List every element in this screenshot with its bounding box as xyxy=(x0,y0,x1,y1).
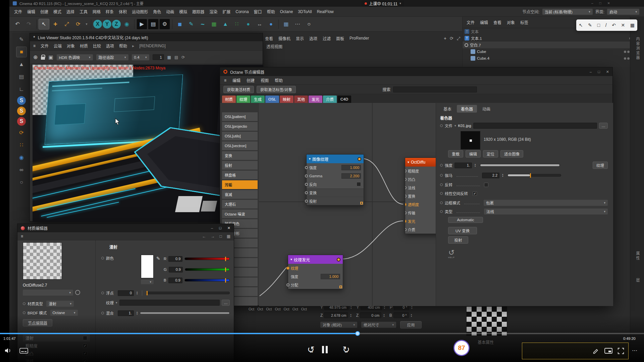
corner-mode-icon[interactable] xyxy=(16,84,27,95)
power-value[interactable]: 1.000 xyxy=(321,274,340,279)
viewport-menu-item[interactable]: 摄像机 xyxy=(278,36,290,41)
progress-knob[interactable] xyxy=(355,331,360,336)
board-tool-icon[interactable] xyxy=(630,23,635,27)
texture-button[interactable]: 纹理 xyxy=(593,162,608,169)
camera-icon[interactable] xyxy=(48,55,53,60)
ne-menu-item[interactable]: 帮助 xyxy=(275,77,283,83)
object-row[interactable]: Cube.4 xyxy=(463,55,644,62)
viewport-menu-item[interactable]: 选项 xyxy=(309,36,317,41)
input-pin[interactable] xyxy=(305,166,308,169)
menu-item[interactable]: 角色 xyxy=(153,9,161,14)
node-type-item[interactable]: 大理石 xyxy=(222,200,258,208)
menu-item[interactable]: 模拟 xyxy=(179,9,187,14)
material-thumb-label[interactable]: Oct xyxy=(249,307,254,311)
collapse-icon[interactable] xyxy=(408,161,409,164)
stepper-icon[interactable]: ▴▾ xyxy=(137,311,138,315)
pen-tool-icon[interactable] xyxy=(588,23,592,27)
anim-dot-icon[interactable] xyxy=(440,164,443,167)
material-thumb-label[interactable]: Oct xyxy=(301,307,307,311)
preview-refresh-icon[interactable] xyxy=(75,290,80,295)
node-type-item[interactable]: OSL[utils] xyxy=(222,132,258,140)
ne-menu-item[interactable]: 视图 xyxy=(261,77,269,83)
lv-menu-item[interactable]: 对象 xyxy=(67,43,75,49)
input-pin-connected[interactable] xyxy=(405,203,407,206)
pick-focus-icon[interactable] xyxy=(33,55,38,60)
mix-slider[interactable] xyxy=(140,312,230,314)
material-thumb-label[interactable]: Oct xyxy=(257,307,263,311)
menu-item[interactable]: 体积 xyxy=(119,9,127,14)
layout-icon[interactable] xyxy=(227,234,230,238)
menu-item[interactable]: 跟踪器 xyxy=(192,9,204,14)
g-input[interactable]: 0.9 xyxy=(169,267,183,273)
om-menu-item[interactable]: 编辑 xyxy=(480,19,488,25)
y-axis-lock[interactable]: Y xyxy=(103,20,111,28)
input-pin[interactable] xyxy=(405,194,407,197)
forward-icon[interactable] xyxy=(211,234,215,238)
sculpt-brush-icon[interactable] xyxy=(16,34,27,45)
material-thumb-label[interactable]: Oct xyxy=(266,307,272,311)
material-thumb-label[interactable]: Oct xyxy=(284,307,289,311)
value-04-select[interactable]: 0.4 xyxy=(132,54,149,60)
paint-menu[interactable] xyxy=(266,19,276,29)
progress-bar[interactable] xyxy=(0,333,644,334)
rotate-tool[interactable] xyxy=(73,19,84,29)
spline-badge-red-icon[interactable]: S xyxy=(17,117,26,126)
b-input[interactable]: 0.9 xyxy=(168,278,182,283)
menu-item[interactable]: Corona xyxy=(235,9,249,14)
get-active-material-button[interactable]: 获取激活材质 xyxy=(223,86,254,93)
stepper-icon[interactable]: ▴▾ xyxy=(502,173,503,177)
maximize-icon[interactable] xyxy=(599,2,601,5)
interface-select[interactable]: 启动 xyxy=(607,9,639,15)
automatic-button[interactable]: Automatic xyxy=(448,217,483,223)
menu-item[interactable]: Octane xyxy=(280,9,293,14)
reload-button[interactable]: 重载 xyxy=(448,150,463,158)
r-input[interactable]: 0.9 xyxy=(168,256,182,262)
input-pin-connected[interactable] xyxy=(405,220,407,223)
kernel-select[interactable]: 路径追踪 xyxy=(96,54,128,60)
anim-dot-icon[interactable] xyxy=(101,312,104,314)
oct-diffuse-node-header[interactable]: OctDiffu xyxy=(405,158,436,167)
node-type-item[interactable]: OSL[vectron] xyxy=(222,141,258,150)
hamburger-icon[interactable] xyxy=(21,234,23,238)
minimize-icon[interactable] xyxy=(211,226,213,230)
mograph-swirl-icon[interactable] xyxy=(16,127,27,138)
get-active-tag-button[interactable]: 获取激活标签/对象 xyxy=(257,86,296,93)
hdr-tonemap-select[interactable]: HDR 色调映 xyxy=(57,54,93,60)
passes-icon[interactable] xyxy=(167,55,171,59)
axis-mode-button[interactable] xyxy=(254,19,265,29)
menu-item[interactable]: 文件 xyxy=(14,9,22,14)
material-type-select[interactable]: 漫射 xyxy=(46,301,74,307)
node-type-item[interactable]: 投射 xyxy=(222,161,258,170)
viewport-menu-item[interactable]: 显示 xyxy=(296,36,304,41)
g-slider[interactable] xyxy=(185,268,230,271)
float-slider[interactable] xyxy=(146,292,230,294)
lv-menu-item[interactable]: 云端 xyxy=(54,43,62,49)
oct-diffuse-node[interactable]: OctDiffu 粗糙度 凹凸 法线 置换 透明度 传输 发光 介质 xyxy=(405,158,436,234)
anim-dot-icon[interactable] xyxy=(440,124,443,127)
input-pin[interactable] xyxy=(405,169,407,172)
tab-mapping[interactable]: 映射 xyxy=(280,96,293,103)
output-pin[interactable] xyxy=(358,157,361,161)
pip-button[interactable] xyxy=(604,348,612,355)
browse-button[interactable]: … xyxy=(599,123,608,129)
invert-checkbox[interactable] xyxy=(357,182,361,186)
input-pin[interactable] xyxy=(405,211,407,214)
attributes-tab[interactable]: 属性 xyxy=(635,251,640,261)
class-status-badge[interactable]: 上课中 01:01:11 xyxy=(362,0,404,7)
input-pin[interactable] xyxy=(305,200,308,203)
anim-dot-icon[interactable] xyxy=(440,201,443,204)
pointer-tool-icon[interactable] xyxy=(579,23,583,27)
texture-input[interactable] xyxy=(119,300,220,306)
volume-menu[interactable] xyxy=(243,19,254,29)
projection-button[interactable]: 投射 xyxy=(448,236,468,244)
menu-item[interactable]: 网格 xyxy=(93,9,101,14)
material-thumb-label[interactable]: Oct xyxy=(292,307,298,311)
r-slider[interactable] xyxy=(184,257,230,260)
input-pin[interactable] xyxy=(405,186,407,189)
spline-menu[interactable] xyxy=(197,19,208,29)
viewport-orbit-icon[interactable] xyxy=(450,36,453,41)
menu-item[interactable]: 帮助 xyxy=(267,9,275,14)
menu-item[interactable]: 工具 xyxy=(79,9,88,14)
tab-c4d[interactable]: C4D xyxy=(337,96,351,103)
collapse-icon[interactable] xyxy=(290,258,292,261)
